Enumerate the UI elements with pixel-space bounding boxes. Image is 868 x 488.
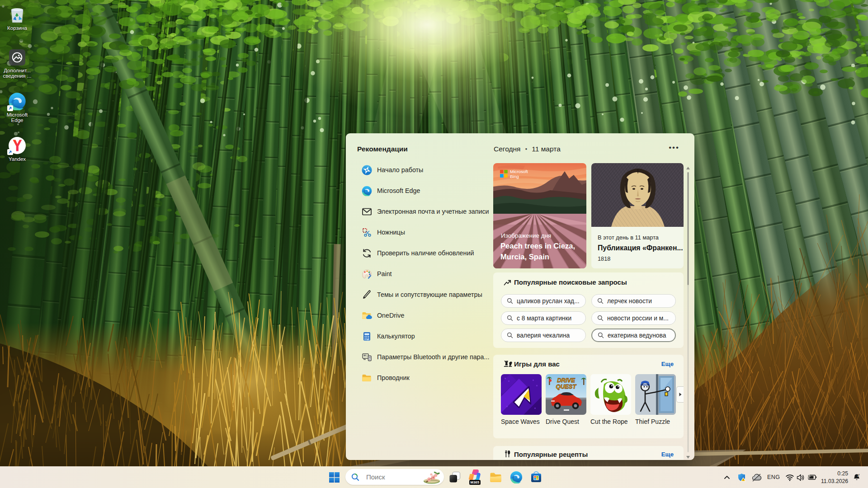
svg-text:z: z [859, 474, 860, 476]
svg-text:Peach trees in Cieza,: Peach trees in Cieza, [500, 242, 575, 250]
svg-text:Murcia, Spain: Murcia, Spain [500, 253, 549, 261]
svg-text:Microsoft: Microsoft [510, 169, 528, 174]
svg-text:Изображение дня: Изображение дня [501, 232, 551, 239]
svg-text:QUEST: QUEST [556, 383, 577, 390]
svg-text:Bing: Bing [510, 174, 519, 179]
svg-text:DRIVE: DRIVE [557, 377, 575, 384]
